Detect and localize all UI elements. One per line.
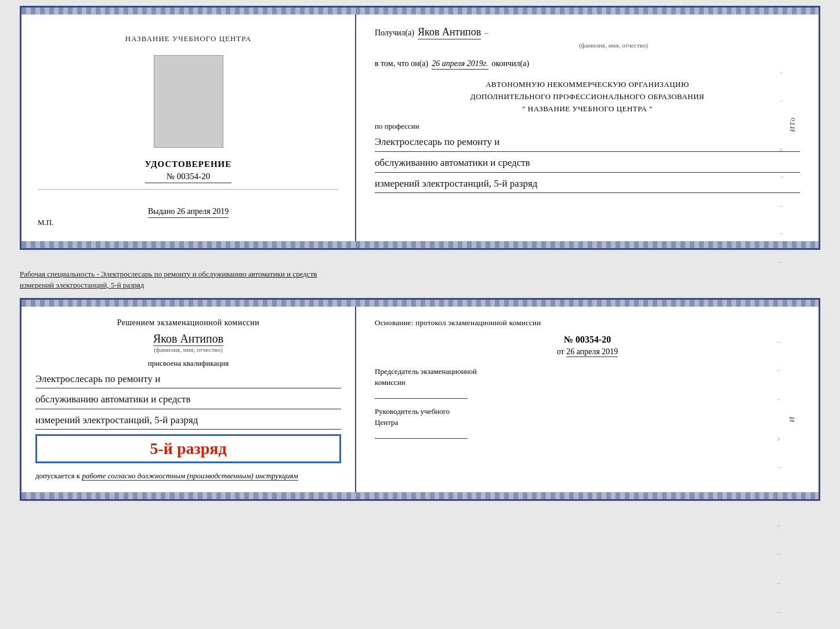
- predsedatel-signature-line: [375, 391, 468, 399]
- qual-line1: Электрослесарь по ремонту и: [35, 370, 341, 389]
- ruk-line2: Центра: [375, 417, 800, 428]
- prof-line1: Электрослесарь по ремонту и: [375, 133, 800, 152]
- vidano-label: Выдано: [148, 207, 175, 216]
- name-block-bottom: Яков Антипов (фамилия, имя, отчество): [35, 332, 341, 353]
- vtom-label: в том, что он(а): [375, 59, 428, 68]
- po-professii-label: по профессии: [375, 122, 800, 131]
- mp-label: М.П.: [38, 218, 53, 227]
- prot-number: № 00354-20: [375, 335, 800, 345]
- resheniem-title: Решением экзаменационной комиссии: [35, 318, 341, 328]
- between-label: Рабочая специальность - Электрослесарь п…: [20, 254, 820, 293]
- okonchil-label: окончил(а): [492, 59, 530, 68]
- predsedatel-line1: Председатель экзаменационной: [375, 366, 800, 377]
- prof-line3: измерений электростанций, 5-й разряд: [375, 175, 800, 194]
- center-title-top: НАЗВАНИЕ УЧЕБНОГО ЦЕНТРА: [125, 34, 251, 43]
- org-quote2: ": [649, 104, 653, 113]
- osnovanie-label: Основание: протокол экзаменационной коми…: [375, 318, 800, 328]
- poluchil-row: Получил(а) Яков Антипов –: [375, 26, 800, 39]
- qual-line2: обслуживанию автоматики и средств: [35, 391, 341, 409]
- prot-date-val: 26 апреля 2019: [566, 347, 618, 357]
- bottom-name: Яков Антипов: [153, 332, 223, 346]
- dopuskaetsya-label: допускается к: [35, 471, 80, 480]
- vtom-row: в том, что он(а) 26 апреля 2019г. окончи…: [375, 59, 800, 70]
- ito-text: ИТо: [779, 117, 806, 132]
- vtom-date: 26 апреля 2019г.: [432, 59, 488, 70]
- qual-line3: измерений электростанций, 5-й разряд: [35, 412, 341, 430]
- fio-small-bottom: (фамилия, имя, отчество): [35, 346, 341, 353]
- predsedatel-line2: комиссии: [375, 377, 800, 388]
- org-line2: ДОПОЛНИТЕЛЬНОГО ПРОФЕССИОНАЛЬНОГО ОБРАЗО…: [375, 91, 800, 103]
- org-line1: АВТОНОМНУЮ НЕКОММЕРЧЕСКУЮ ОРГАНИЗАЦИЮ: [375, 79, 800, 91]
- ruk-signature-line: [375, 431, 468, 439]
- rank-badge-text: 5-й разряд: [150, 439, 226, 457]
- dopuskaetsya-block: допускается к работе согласно должностны…: [35, 471, 341, 481]
- org-name: НАЗВАНИЕ УЧЕБНОГО ЦЕНТРА: [528, 104, 647, 113]
- prof-line2: обслуживанию автоматики и средств: [375, 154, 800, 173]
- dash-right: –: [484, 28, 488, 38]
- fio-small-top: (фамилия, имя, отчество): [427, 42, 800, 49]
- org-name-line: " НАЗВАНИЕ УЧЕБНОГО ЦЕНТРА ": [375, 103, 800, 115]
- dopusk-text: работе согласно должностным (производств…: [82, 471, 298, 481]
- ruk-block: Руководитель учебного Центра: [375, 406, 800, 439]
- ruk-line1: Руководитель учебного: [375, 406, 800, 417]
- poluchil-label: Получил(а): [375, 28, 414, 38]
- photo-placeholder: [154, 55, 223, 148]
- vidano-row: Выдано 26 апреля 2019: [148, 207, 229, 218]
- ot-label: от: [557, 347, 564, 356]
- udostoverenie-label: УДОСТОВЕРЕНИЕ: [145, 159, 232, 169]
- org-block: АВТОНОМНУЮ НЕКОММЕРЧЕСКУЮ ОРГАНИЗАЦИЮ ДО…: [375, 79, 800, 115]
- poluchil-name: Яков Антипов: [418, 26, 481, 39]
- prisvoena-label: присвоена квалификация: [35, 359, 341, 368]
- predsedatel-block: Председатель экзаменационной комиссии: [375, 366, 800, 399]
- vidano-date: 26 апреля 2019: [177, 207, 229, 216]
- org-quote1: ": [522, 104, 526, 113]
- udost-number: № 00354-20: [145, 172, 232, 183]
- prot-date: от 26 апреля 2019: [375, 347, 800, 357]
- rank-badge: 5-й разряд: [35, 434, 341, 463]
